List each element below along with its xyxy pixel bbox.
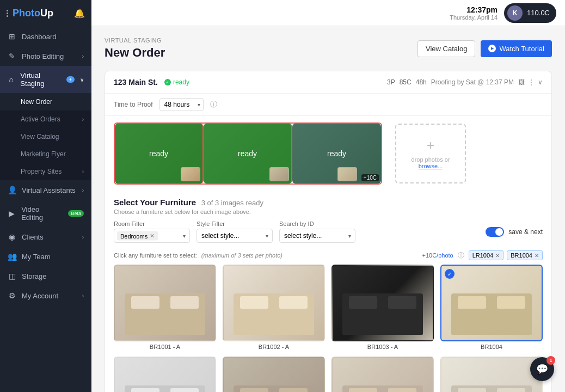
time-proof-select[interactable]: 48 hours 24 hours 72 hours — [159, 98, 204, 111]
furniture-label-br1004: BR1004 — [440, 344, 543, 350]
sidebar-item-my-team[interactable]: 👥 My Team — [0, 247, 91, 266]
furniture-item-br1008[interactable]: BR1008 - A — [440, 357, 543, 392]
chevron-down-icon: ∨ — [80, 77, 84, 83]
sidebar-nav: ⊞ Dashboard ✎ Photo Editing › ⌂ Virtual … — [0, 27, 91, 392]
info-icon[interactable]: ⓘ — [210, 100, 217, 109]
furniture-item-br1002[interactable]: BR1002 - A — [223, 265, 325, 350]
beta-badge: Beta — [68, 210, 84, 217]
furniture-item-br1006[interactable]: BR1006 - A — [223, 357, 325, 392]
page-title: New Order — [105, 46, 165, 60]
photo-editing-icon: ✎ — [8, 52, 16, 60]
more-options-icon[interactable]: ⋮ — [528, 78, 535, 86]
sidebar-item-virtual-staging[interactable]: ⌂ Virtual Staging + ∨ — [0, 66, 91, 93]
content-area: VIRTUAL STAGING New Order View Catalog W… — [91, 26, 565, 392]
sidebar-item-virtual-assistants[interactable]: 👤 Virtual Assistants › — [0, 180, 91, 200]
sub-nav-property-sites[interactable]: Property Sites › — [0, 163, 91, 180]
furniture-image-br1003 — [331, 265, 434, 341]
photo-item-1[interactable]: ready — [115, 124, 204, 183]
chevron-down-icon[interactable]: ∨ — [538, 78, 543, 86]
furniture-image-br1005 — [114, 357, 216, 392]
tag-remove[interactable]: ✕ — [495, 253, 500, 259]
sidebar-item-clients[interactable]: ◉ Clients › — [0, 227, 91, 247]
user-credits: 110.0C — [527, 9, 550, 17]
ready-circle-icon — [164, 79, 171, 85]
account-icon: ⚙ — [8, 291, 16, 300]
sub-nav-label: Active Orders — [21, 115, 60, 123]
sidebar-item-storage[interactable]: ◫ Storage — [0, 266, 91, 286]
sidebar-item-label: Dashboard — [22, 33, 57, 41]
save-next-switch[interactable] — [486, 227, 504, 237]
furniture-grid: BR1001 - A BR1002 - A BR1003 - A — [105, 265, 551, 392]
furniture-count: 3 of 3 images ready — [201, 199, 263, 207]
style-filter-select[interactable]: select style... — [196, 229, 273, 243]
furniture-item-br1003[interactable]: BR1003 - A — [331, 265, 434, 350]
image-icon[interactable]: 🖼 — [518, 78, 525, 86]
sidebar-item-label: My Team — [22, 253, 51, 261]
chat-bubble[interactable]: 💬 1 — [530, 357, 554, 381]
photo-item-2[interactable]: ready — [204, 124, 292, 183]
sidebar-item-dashboard[interactable]: ⊞ Dashboard — [0, 27, 91, 46]
photo-thumb-image-1 — [181, 168, 200, 181]
clients-icon: ◉ — [8, 232, 16, 241]
photos-container: ready ready — [114, 122, 382, 185]
add-badge: + — [66, 76, 75, 83]
notification-bell-icon[interactable]: 🔔 — [74, 8, 85, 19]
toggle-knob — [495, 228, 503, 236]
photo-item-3[interactable]: ready +10C — [292, 124, 381, 183]
max-label: (maximum of 3 sets per photo) — [201, 252, 282, 259]
sidebar: PhotoUp 🔔 ⊞ Dashboard ✎ Photo Editing › … — [0, 0, 91, 392]
sidebar-item-my-account[interactable]: ⚙ My Account › — [0, 286, 91, 305]
sub-nav-new-order[interactable]: New Order — [0, 93, 91, 111]
room-filter-select[interactable]: Bedrooms — [114, 229, 190, 243]
furniture-actions-row: Click any furniture set to select: (maxi… — [105, 248, 551, 265]
browse-link[interactable]: browse... — [419, 163, 443, 169]
furniture-item-br1001[interactable]: BR1001 - A — [114, 265, 216, 350]
chevron-icon: › — [82, 169, 84, 175]
photo-ready-label-2: ready — [238, 149, 257, 158]
sidebar-item-label: Photo Editing — [22, 52, 64, 60]
topbar: 12:37pm Thursday, April 14 K 110.0C — [91, 0, 565, 26]
view-catalog-button[interactable]: View Catalog — [417, 40, 475, 57]
furniture-item-br1007[interactable]: BR1007 - A — [331, 357, 434, 392]
play-icon — [488, 45, 496, 52]
furniture-item-br1004[interactable]: ✓ BR1004 — [440, 265, 543, 350]
order-card-header: 123 Main St. ready 3P 85C 48h Proofing b… — [105, 71, 551, 94]
tag-remove[interactable]: ✕ — [535, 253, 539, 259]
sub-nav-marketing-flyer[interactable]: Marketing Flyer — [0, 145, 91, 163]
furniture-image-br1002 — [223, 265, 325, 341]
chevron-right-icon: › — [82, 234, 84, 240]
watch-tutorial-button[interactable]: Watch Tutorial — [481, 40, 552, 57]
photo-thumbnail-2 — [269, 167, 289, 181]
furniture-label-br1003: BR1003 - A — [331, 344, 434, 350]
sub-nav-active-orders[interactable]: Active Orders › — [0, 111, 91, 128]
sidebar-item-photo-editing[interactable]: ✎ Photo Editing › — [0, 46, 91, 66]
tag-label: BR1004 — [511, 252, 532, 259]
furniture-header: Select Your Furniture 3 of 3 images read… — [105, 191, 551, 207]
status-label: ready — [173, 78, 189, 86]
sidebar-item-video-editing[interactable]: ▶ Video Editing Beta — [0, 200, 91, 227]
credits-count: 85C — [400, 78, 412, 86]
virtual-staging-submenu: New Order Active Orders › View Catalog M… — [0, 93, 91, 180]
selected-check-icon: ✓ — [445, 269, 455, 279]
search-filter-wrapper: select style... — [279, 229, 355, 243]
team-icon: 👥 — [8, 252, 16, 261]
tag-label: LR1004 — [472, 252, 494, 259]
sidebar-item-label: Video Editing — [21, 205, 60, 222]
photo-ready-label-3: ready — [327, 149, 346, 158]
hours-count: 48h — [416, 78, 427, 86]
watch-tutorial-label: Watch Tutorial — [499, 45, 544, 53]
extra-count-badge: +10C — [361, 174, 379, 181]
order-address: 123 Main St. — [114, 78, 158, 87]
sub-nav-view-catalog[interactable]: View Catalog — [0, 128, 91, 145]
chevron-right-icon: › — [82, 187, 84, 193]
menu-icon[interactable] — [7, 10, 8, 17]
photo-thumbnail-1 — [181, 167, 200, 181]
style-filter-wrapper: select style... — [196, 229, 273, 243]
info-price-icon: ⓘ — [458, 251, 464, 260]
search-filter-select[interactable]: select style... — [279, 229, 355, 243]
drop-zone[interactable]: + drop photos or browse... — [395, 124, 466, 183]
user-menu[interactable]: K 110.0C — [504, 3, 556, 23]
chevron-right-icon: › — [82, 293, 84, 299]
style-filter-group: Style Filter select style... — [196, 220, 273, 243]
furniture-item-br1005[interactable]: BR1005 - A — [114, 357, 216, 392]
